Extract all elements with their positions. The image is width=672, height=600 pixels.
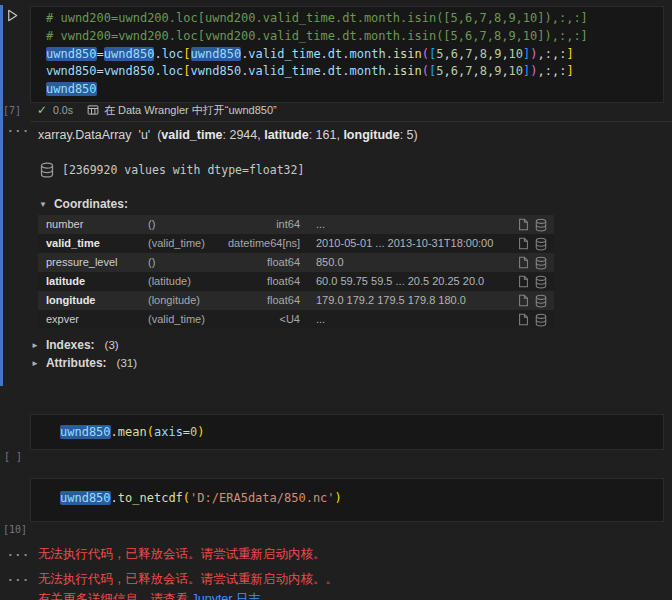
code-line: uwnd850 <box>46 81 657 99</box>
code-token: . <box>111 491 118 505</box>
coord-dims: () <box>148 253 228 272</box>
coord-dtype: <U4 <box>228 310 304 329</box>
file-icon[interactable] <box>514 313 532 326</box>
error-text: 有关更多详细信息，请查看 <box>38 592 191 600</box>
code-token: [ <box>183 64 190 78</box>
code-token: 5 <box>436 64 443 78</box>
values-preview: [2369920 values with dtype=float32] <box>62 163 304 177</box>
database-icon[interactable] <box>532 313 550 327</box>
database-icon[interactable] <box>532 275 550 289</box>
selection-highlight: uwnd850 <box>60 425 111 439</box>
chevron-right-icon: ► <box>31 341 39 350</box>
code-cell-3[interactable]: uwnd850.to_netcdf('D:/ERA5data/850.nc') <box>30 478 664 522</box>
code-token: , <box>472 47 479 61</box>
code-token: = <box>183 425 190 439</box>
execution-time: 0.0s <box>53 104 73 116</box>
code-token: , <box>444 64 451 78</box>
code-token: . <box>386 64 393 78</box>
coord-dtype: int64 <box>228 215 304 234</box>
code-token: , <box>472 64 479 78</box>
coord-row: longitude(longitude)float64179.0 179.2 1… <box>38 291 554 310</box>
selection-highlight: uwnd850 <box>104 47 155 61</box>
code-token: . <box>386 47 393 61</box>
code-token: 8 <box>480 64 487 78</box>
coord-dtype: float64 <box>228 253 304 272</box>
code-token: # uwnd200=uwnd200.loc[uwnd200.valid_time… <box>46 11 588 25</box>
focused-cell-indicator <box>0 5 3 386</box>
coord-dims: (valid_time) <box>148 310 228 329</box>
indexes-label: Indexes: <box>46 338 95 352</box>
code-token: ] <box>566 64 573 78</box>
output-more-actions[interactable]: ... <box>7 546 30 559</box>
output-more-actions[interactable]: ... <box>7 122 30 135</box>
cell1-status-bar: ✓ 0.0s 在 Data Wrangler 中打开“uwnd850” <box>37 102 277 118</box>
code-token: , <box>501 47 508 61</box>
coord-preview: 60.0 59.75 59.5 ... 20.5 20.25 20.0 <box>304 272 514 291</box>
file-icon[interactable] <box>514 275 532 288</box>
database-icon[interactable] <box>40 162 54 178</box>
selection-highlight: uwnd850 <box>46 47 97 61</box>
code-token: loc <box>162 47 184 61</box>
attributes-label: Attributes: <box>46 356 107 370</box>
code-token: : 2944, <box>222 128 264 142</box>
coordinates-label: Coordinates: <box>54 197 128 211</box>
code-token: 8 <box>480 47 487 61</box>
code-token: = <box>97 64 104 78</box>
database-icon[interactable] <box>532 256 550 270</box>
code-token: longitude <box>343 128 399 142</box>
code-token: ( <box>422 47 429 61</box>
error-text: 。 <box>261 592 274 600</box>
code-token: to_netcdf <box>118 491 183 505</box>
code-line: uwnd850.to_netcdf('D:/ERA5data/850.nc') <box>60 490 657 508</box>
code-token: . <box>111 425 118 439</box>
coord-dtype: float64 <box>228 291 304 310</box>
data-wrangler-table-icon <box>87 104 99 116</box>
execution-count-cell2: [ ] <box>4 451 22 462</box>
code-token: vwnd850 <box>191 64 242 78</box>
file-icon[interactable] <box>514 256 532 269</box>
code-token: . <box>342 47 349 61</box>
code-token: month <box>350 64 386 78</box>
code-token: [ <box>183 47 190 61</box>
error-message-1: 无法执行代码，已释放会话。请尝试重新启动内核。 <box>38 546 326 563</box>
database-icon[interactable] <box>532 294 550 308</box>
run-cell-button[interactable] <box>5 8 23 26</box>
code-token: = <box>97 47 104 61</box>
file-icon[interactable] <box>514 218 532 231</box>
coordinates-section-toggle[interactable]: ▼ Coordinates: <box>39 197 128 211</box>
selection-highlight: uwnd850 <box>60 491 111 505</box>
code-token: , <box>501 64 508 78</box>
coord-preview: ... <box>304 310 514 329</box>
code-line: vwnd850=vwnd850.loc[vwnd850.valid_time.d… <box>46 63 657 81</box>
coord-dims: (latitude) <box>148 272 228 291</box>
code-cell-2[interactable]: uwnd850.mean(axis=0) <box>30 414 664 450</box>
coord-name: longitude <box>46 291 148 310</box>
output-more-actions[interactable]: ... <box>7 571 30 584</box>
file-icon[interactable] <box>514 237 532 250</box>
code-token: month <box>350 47 386 61</box>
code-token: 10 <box>509 64 523 78</box>
code-token: ) <box>530 64 537 78</box>
jupyter-log-link[interactable]: Jupyter 日志 <box>191 592 260 600</box>
coord-row: valid_time(valid_time)datetime64[ns]2010… <box>38 234 554 253</box>
code-token: valid_time <box>248 47 320 61</box>
code-cell-1[interactable]: # uwnd200=uwnd200.loc[uwnd200.valid_time… <box>30 6 664 103</box>
code-token: ( <box>183 491 190 505</box>
file-icon[interactable] <box>514 294 532 307</box>
database-icon[interactable] <box>532 218 550 232</box>
code-token: 'D:/ERA5data/850.nc' <box>190 491 335 505</box>
coordinates-table: number()int64...valid_time(valid_time)da… <box>38 215 554 329</box>
code-token: ) <box>335 491 342 505</box>
code-token: dt <box>328 64 342 78</box>
chevron-right-icon: ► <box>31 359 39 368</box>
code-token: latitude <box>264 128 308 142</box>
open-in-data-wrangler-link[interactable]: 在 Data Wrangler 中打开“uwnd850” <box>104 103 277 118</box>
database-icon[interactable] <box>532 237 550 251</box>
attributes-section-toggle[interactable]: ► Attributes: (31) <box>31 356 137 370</box>
indexes-section-toggle[interactable]: ► Indexes: (3) <box>31 338 119 352</box>
code-token: dt <box>328 47 342 61</box>
code-token: : 5) <box>400 128 418 142</box>
coord-preview: 2010-05-01 ... 2013-10-31T18:00:00 <box>304 234 514 253</box>
code-token: . <box>321 47 328 61</box>
coord-row: expver(valid_time)<U4... <box>38 310 554 329</box>
